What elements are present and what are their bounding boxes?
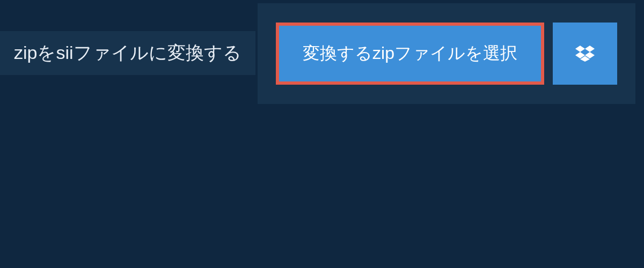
- header-bar: zipをsiiファイルに変換する: [0, 31, 255, 75]
- button-row: 変換するzipファイルを選択: [276, 23, 617, 85]
- select-file-button[interactable]: 変換するzipファイルを選択: [276, 23, 544, 85]
- select-file-label: 変換するzipファイルを選択: [303, 42, 517, 65]
- page-title: zipをsiiファイルに変換する: [14, 41, 241, 65]
- dropbox-button[interactable]: [553, 23, 617, 85]
- dropbox-icon: [575, 45, 595, 62]
- button-area: 変換するzipファイルを選択: [258, 3, 635, 104]
